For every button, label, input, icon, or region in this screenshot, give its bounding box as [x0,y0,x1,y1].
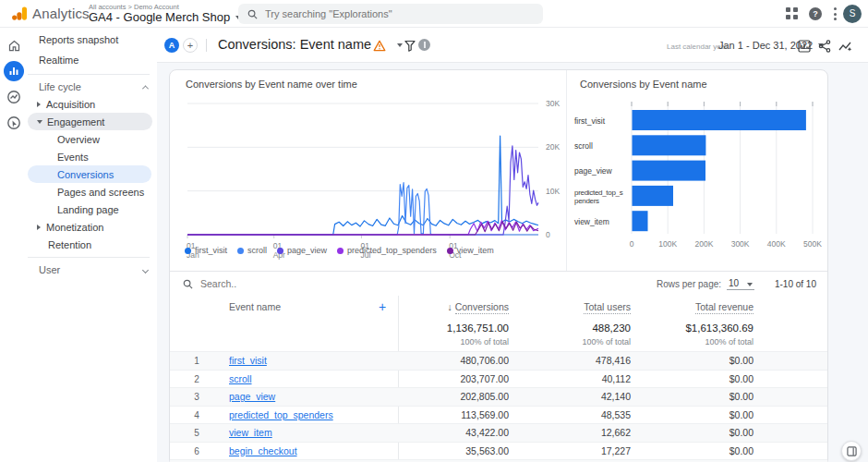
rows-per-page-value: 10 [729,278,739,288]
svg-text:20K: 20K [546,142,560,152]
product-name: Analytics [32,6,90,21]
event-name-link[interactable]: first_visit [229,352,267,371]
sidebar-nav: Reports snapshotRealtimeLife cycleAcquis… [28,30,157,278]
insights-icon[interactable] [838,40,852,56]
svg-text:200K: 200K [694,239,713,249]
sidebar-item-acquisition[interactable]: Acquisition [28,95,157,113]
sidebar-item-label: User [39,264,60,275]
sidebar-item-label: Reports snapshot [39,34,118,45]
total-users-value: 12,662 [601,424,631,443]
ga4-app: Analytics All accounts > Demo Account GA… [0,0,868,462]
column-header-conversions[interactable]: ↓ Conversions [447,296,509,318]
sidebar-item-engagement[interactable]: Engagement [28,113,152,130]
row-number: 6 [188,443,205,461]
column-header-label[interactable]: Conversions [455,301,509,314]
sidebar-item-conversions[interactable]: Conversions [28,165,151,183]
chevron-down-icon [747,283,753,286]
apps-grid-icon[interactable] [786,7,799,20]
legend-item-scroll[interactable]: scroll [237,246,267,255]
side-panel-toggle-button[interactable] [841,441,862,461]
account-switcher[interactable]: GA4 - Google Merch Shop [89,10,241,24]
column-header-total-revenue[interactable]: Total revenue [695,296,753,318]
expand-arrow-icon[interactable] [37,102,41,107]
legend-item-predicted_top_spenders[interactable]: predicted_top_spenders [337,246,437,255]
expand-arrow-icon[interactable] [37,225,41,230]
report-caret-icon[interactable] [397,43,403,47]
sidebar-item-overview[interactable]: Overview [28,130,157,148]
avatar[interactable]: S [843,5,862,23]
legend-label: view_item [457,246,494,255]
column-header-event-name[interactable]: Event name [229,296,281,318]
legend-dot-icon [277,248,283,254]
event-name-link[interactable]: view_item [229,424,272,443]
sidebar-item-monetization[interactable]: Monetization [28,218,157,236]
table-row: 4predicted_top_spenders113,569.0048,535$… [170,406,828,424]
legend-item-first_visit[interactable]: first_visit [185,246,227,255]
column-header-label[interactable]: Total revenue [695,301,753,314]
home-nav-icon[interactable] [4,35,24,55]
divider [566,70,567,271]
report-card: Conversions by Event name over time Conv… [169,69,828,462]
legend-item-view_item[interactable]: view_item [447,246,494,255]
legend-label: scroll [247,246,267,255]
comparison-badge[interactable] [418,39,430,51]
event-name-link[interactable]: scroll [229,371,252,389]
table-search-input[interactable] [200,278,477,289]
total-revenue-value: $0.00 [729,407,753,425]
chevron-up-icon[interactable] [142,85,149,91]
global-search-input[interactable] [265,8,514,19]
share-icon[interactable] [818,40,831,56]
collection-badge[interactable]: A [164,38,179,53]
customize-report-icon[interactable] [798,40,811,56]
sidebar-item-landing-page[interactable]: Landing page [28,201,157,218]
sidebar: Reports snapshotRealtimeLife cycleAcquis… [28,28,157,462]
column-header-label[interactable]: Total users [584,301,631,314]
sidebar-item-reports-snapshot[interactable]: Reports snapshot [28,30,157,50]
advertising-nav-icon[interactable] [4,113,24,133]
svg-text:10K: 10K [546,187,560,196]
help-icon[interactable]: ? [809,7,822,20]
total-users-value: 42,140 [601,388,631,407]
total-revenue-pct: 100% of total [705,337,753,346]
total-revenue-value: $0.00 [729,388,753,407]
sidebar-item-realtime[interactable]: Realtime [28,50,157,70]
row-number: 4 [188,407,205,425]
search-icon [247,9,258,19]
add-dimension-button[interactable]: + [379,296,386,318]
event-name-link[interactable]: predicted_top_spenders [229,407,333,425]
sidebar-divider [28,257,150,258]
more-menu-icon[interactable] [834,7,838,20]
add-collection-button[interactable]: + [183,38,198,53]
event-name-link[interactable]: page_view [229,388,275,407]
legend-item-page_view[interactable]: page_view [277,246,327,255]
warning-icon[interactable] [373,39,386,55]
conversions-value: 202,805.00 [460,388,509,407]
conversions-value: 203,707.00 [460,371,509,389]
collapse-arrow-icon[interactable] [37,120,42,124]
main-content: Conversions by Event name over time Conv… [157,63,868,462]
sidebar-item-label: Overview [57,134,100,145]
sidebar-item-life-cycle[interactable]: Life cycle [28,79,157,95]
chevron-down-icon[interactable] [142,266,149,273]
sidebar-item-user[interactable]: User [28,261,157,278]
rows-per-page-select[interactable]: 10 [727,278,754,290]
column-header-total-users[interactable]: Total users [584,296,631,318]
sidebar-item-events[interactable]: Events [28,148,157,165]
event-name-link[interactable]: begin_checkout [229,443,297,461]
global-search[interactable] [238,4,543,24]
total-users-value: 17,227 [601,443,631,461]
totals-row: 1,136,751.00 100% of total 488,230 100% … [170,318,828,351]
reports-nav-icon[interactable] [4,61,24,81]
sidebar-item-retention[interactable]: Retention [28,236,157,253]
total-revenue-value: $0.00 [729,352,753,371]
row-number: 5 [188,424,205,443]
report-header: A + Conversions: Event name Last calenda… [157,28,868,63]
sidebar-item-label: Monetization [46,222,103,233]
sidebar-item-label: Realtime [39,55,78,66]
total-revenue-value: $0.00 [729,443,753,461]
rows-per-page-label: Rows per page: [657,279,721,289]
explore-nav-icon[interactable] [4,87,24,107]
sidebar-item-pages-and-screens[interactable]: Pages and screens [28,183,157,201]
svg-text:300K: 300K [731,239,750,249]
filter-icon[interactable] [404,39,416,55]
